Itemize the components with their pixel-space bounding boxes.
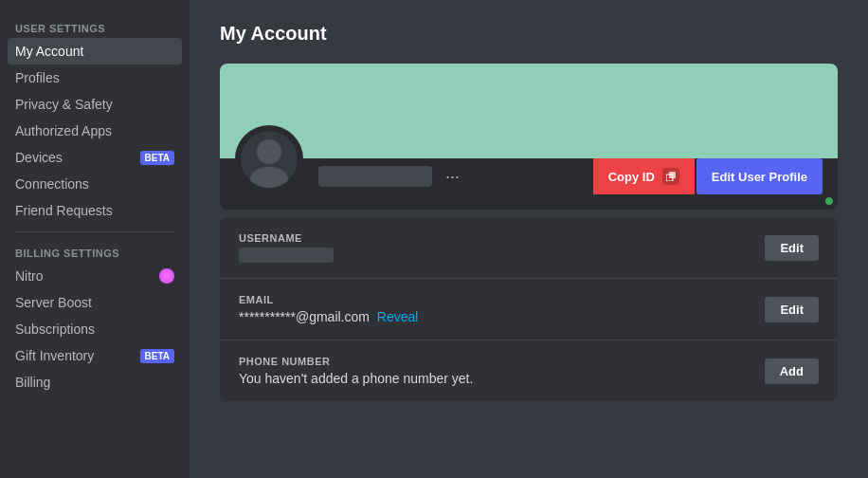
avatar-silhouette-svg: [241, 131, 298, 188]
sidebar-item-devices[interactable]: Devices BETA: [8, 144, 182, 171]
sidebar-item-my-account[interactable]: My Account: [8, 38, 182, 64]
profile-info-row: ··· Copy ID Edit User Profile: [220, 139, 838, 210]
username-value-blur: [239, 248, 334, 263]
phone-label: PHONE NUMBER: [239, 356, 473, 367]
copy-id-icon: [662, 168, 679, 185]
nitro-icon: [159, 268, 174, 284]
email-edit-button[interactable]: Edit: [765, 297, 819, 322]
ellipsis-button[interactable]: ···: [440, 165, 465, 189]
main-content: My Account ··· Copy ID: [190, 0, 868, 478]
email-left: EMAIL ***********@gmail.com Reveal: [239, 294, 418, 324]
phone-left: PHONE NUMBER You haven't added a phone n…: [239, 356, 473, 386]
email-row: EMAIL ***********@gmail.com Reveal Edit: [220, 279, 838, 340]
copy-id-label: Copy ID: [608, 170, 655, 184]
sidebar-divider: [15, 231, 174, 232]
email-value: ***********@gmail.com Reveal: [239, 309, 418, 324]
avatar-inner: [241, 131, 298, 188]
sidebar-item-label: Subscriptions: [15, 322, 95, 337]
sidebar-item-gift-inventory[interactable]: Gift Inventory BETA: [8, 342, 182, 369]
edit-profile-button[interactable]: Edit User Profile: [696, 158, 823, 194]
profile-card: ··· Copy ID Edit User Profile: [220, 64, 838, 210]
sidebar-item-label: Server Boost: [15, 295, 92, 310]
sidebar-item-label: Devices: [15, 150, 63, 165]
sidebar-item-label: Connections: [15, 176, 89, 192]
sidebar-item-profiles[interactable]: Profiles: [8, 64, 182, 91]
copy-id-button[interactable]: Copy ID: [593, 158, 695, 194]
username-section: ···: [318, 165, 593, 189]
page-title: My Account: [220, 23, 838, 45]
sidebar-item-billing[interactable]: Billing: [8, 369, 182, 395]
sidebar-item-label: Authorized Apps: [15, 123, 112, 138]
sidebar-item-friend-requests[interactable]: Friend Requests: [8, 197, 182, 224]
avatar: [235, 125, 303, 193]
billing-settings-label: BILLING SETTINGS: [8, 240, 182, 263]
sidebar-item-nitro[interactable]: Nitro: [8, 263, 182, 289]
sidebar-item-server-boost[interactable]: Server Boost: [8, 289, 182, 316]
username-edit-button[interactable]: Edit: [765, 235, 819, 261]
sidebar-item-label: Privacy & Safety: [15, 97, 113, 112]
sidebar-item-label: Profiles: [15, 70, 60, 85]
email-masked: ***********@gmail.com: [239, 309, 370, 324]
svg-point-0: [257, 139, 281, 164]
username-blur-display: [318, 166, 432, 187]
sidebar-item-authorized-apps[interactable]: Authorized Apps: [8, 118, 182, 144]
beta-badge-gift: BETA: [140, 349, 174, 363]
phone-row: PHONE NUMBER You haven't added a phone n…: [220, 340, 838, 401]
beta-badge: BETA: [140, 151, 174, 165]
account-details: USERNAME Edit EMAIL ***********@gmail.co…: [220, 217, 838, 401]
profile-actions: Copy ID Edit User Profile: [593, 158, 823, 194]
username-left: USERNAME: [239, 232, 334, 263]
phone-value: You haven't added a phone number yet.: [239, 371, 473, 386]
sidebar: USER SETTINGS My Account Profiles Privac…: [0, 0, 190, 478]
sidebar-item-connections[interactable]: Connections: [8, 171, 182, 197]
user-settings-label: USER SETTINGS: [8, 15, 182, 38]
sidebar-item-label: Friend Requests: [15, 203, 113, 218]
sidebar-item-label: Billing: [15, 375, 50, 390]
username-label: USERNAME: [239, 232, 334, 244]
phone-add-button[interactable]: Add: [765, 358, 819, 384]
username-row: USERNAME Edit: [220, 217, 838, 279]
reveal-link[interactable]: Reveal: [377, 309, 419, 324]
sidebar-item-label: Nitro: [15, 268, 44, 284]
email-label: EMAIL: [239, 294, 418, 305]
sidebar-item-label: Gift Inventory: [15, 348, 94, 363]
sidebar-item-subscriptions[interactable]: Subscriptions: [8, 316, 182, 342]
sidebar-item-label: My Account: [15, 44, 83, 59]
sidebar-item-privacy-safety[interactable]: Privacy & Safety: [8, 91, 182, 118]
svg-rect-3: [669, 172, 676, 178]
svg-point-1: [250, 167, 288, 188]
